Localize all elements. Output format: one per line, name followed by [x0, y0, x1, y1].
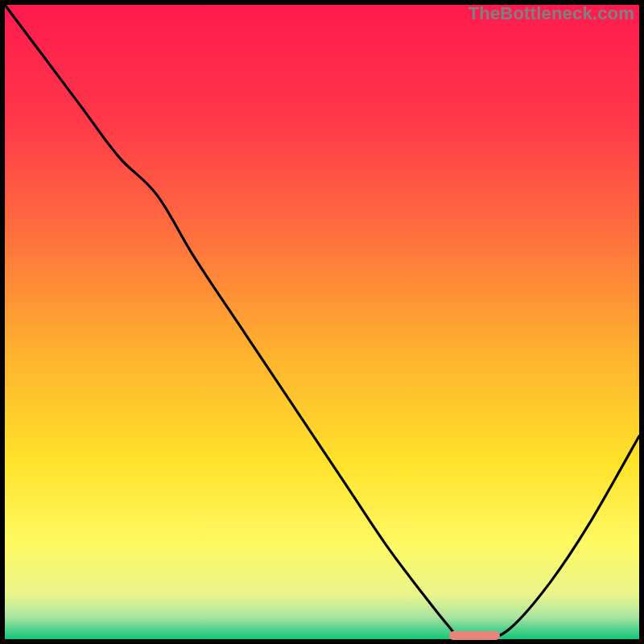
watermark-text: TheBottleneck.com	[469, 3, 634, 24]
bottleneck-curve	[5, 5, 639, 641]
curve-layer	[5, 5, 639, 639]
optimal-range-marker	[449, 631, 500, 640]
plot-area: TheBottleneck.com	[5, 5, 639, 639]
